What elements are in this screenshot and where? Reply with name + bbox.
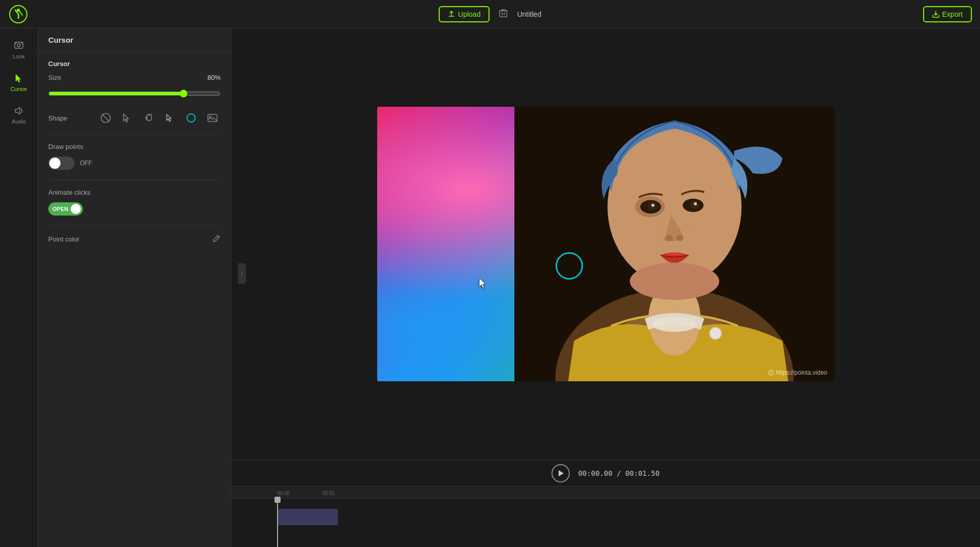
timeline-track-area[interactable] <box>231 499 980 547</box>
animate-clicks-state: OPEN <box>52 206 68 212</box>
svg-rect-2 <box>500 11 507 17</box>
divider-2 <box>48 180 221 180</box>
svg-rect-11 <box>208 114 217 121</box>
painting-svg <box>514 107 835 381</box>
cursor-section-title: Cursor <box>48 60 221 68</box>
properties-panel: Cursor Cursor Size 80% Shape <box>38 28 231 547</box>
shape-image-picker[interactable] <box>204 110 221 126</box>
draw-points-toggle-row: OFF <box>48 157 221 170</box>
point-color-label: Point color <box>48 235 79 243</box>
topbar-center: Upload Untitled <box>439 6 541 23</box>
project-name[interactable]: Untitled <box>517 10 541 18</box>
draw-points-knob <box>49 158 60 169</box>
svg-point-31 <box>652 317 697 332</box>
svg-point-20 <box>616 132 732 229</box>
play-button[interactable] <box>552 464 570 482</box>
timeline-clip-bar[interactable] <box>277 509 338 525</box>
animate-clicks-knob <box>71 204 81 214</box>
shape-circle[interactable] <box>183 110 199 126</box>
main-layout: Look Cursor Audio Cursor Cursor Size 80% <box>0 28 980 547</box>
svg-point-30 <box>630 263 719 300</box>
draw-points-label: Draw points <box>48 143 221 150</box>
point-color-row: Point color <box>48 234 221 244</box>
video-preview: https://pointa.video <box>231 28 980 460</box>
animate-clicks-toggle[interactable]: OPEN <box>48 202 83 216</box>
topbar-left <box>8 4 28 24</box>
svg-marker-33 <box>559 470 564 476</box>
svg-line-9 <box>102 114 109 121</box>
shape-label: Shape <box>48 114 68 122</box>
svg-line-13 <box>217 236 219 238</box>
sidebar-item-audio[interactable]: Audio <box>4 100 34 130</box>
sidebar-item-cursor-label: Cursor <box>10 86 27 92</box>
timecode: 00:00.00 / 00:01.50 <box>578 469 659 477</box>
app-logo[interactable] <box>8 4 28 24</box>
delete-button[interactable] <box>494 6 513 23</box>
shape-icons <box>98 110 221 126</box>
draw-points-toggle[interactable] <box>48 157 75 170</box>
shape-row: Shape <box>48 110 221 126</box>
svg-point-29 <box>676 235 683 241</box>
size-row: Size 80% <box>48 74 221 81</box>
icon-sidebar: Look Cursor Audio <box>0 28 38 547</box>
painting-overlay <box>514 107 835 381</box>
svg-point-7 <box>17 44 20 47</box>
size-label: Size <box>48 74 61 81</box>
ruler-mark-1: 00:01 <box>322 491 335 496</box>
sidebar-item-cursor[interactable]: Cursor <box>4 67 34 98</box>
svg-point-27 <box>694 202 697 205</box>
watermark-url: https://pointa.video <box>776 369 828 376</box>
divider-1 <box>48 134 221 135</box>
size-slider[interactable] <box>48 89 221 98</box>
timeline-playhead[interactable] <box>277 499 278 547</box>
topbar: Upload Untitled Export <box>0 0 980 28</box>
sidebar-item-audio-label: Audio <box>12 118 26 125</box>
svg-point-28 <box>665 235 673 241</box>
svg-point-24 <box>651 204 654 207</box>
ruler-mark-0: 00:00 <box>277 491 290 496</box>
sidebar-item-look-label: Look <box>13 53 25 59</box>
sidebar-item-look[interactable]: Look <box>4 35 34 65</box>
upload-button[interactable]: Upload <box>439 6 489 22</box>
shape-hand[interactable] <box>140 110 157 126</box>
panel-collapse-button[interactable]: ‹ <box>238 263 246 284</box>
shape-none[interactable] <box>98 110 114 126</box>
divider-3 <box>48 226 221 226</box>
svg-point-18 <box>709 327 721 339</box>
animate-clicks-label: Animate clicks <box>48 189 221 196</box>
point-color-edit-icon[interactable] <box>212 234 221 244</box>
size-slider-container <box>48 86 221 100</box>
timeline: 00:00 00:01 <box>231 486 980 547</box>
shape-pointer[interactable] <box>162 110 178 126</box>
panel-body: Cursor Size 80% Shape <box>38 52 231 547</box>
export-button[interactable]: Export <box>923 6 972 22</box>
timeline-ruler: 00:00 00:01 <box>231 487 980 499</box>
cursor-arrow-overlay <box>478 277 488 292</box>
svg-point-10 <box>187 114 195 122</box>
shape-arrow[interactable] <box>119 110 135 126</box>
playback-controls: 00:00.00 / 00:01.50 <box>231 460 980 486</box>
video-canvas: https://pointa.video <box>377 107 835 381</box>
content-area: https://pointa.video 00:00.00 / 00:01.50… <box>231 28 980 547</box>
draw-points-state: OFF <box>80 160 92 167</box>
size-value: 80% <box>207 74 221 81</box>
cursor-circle <box>556 252 583 280</box>
watermark: https://pointa.video <box>768 369 828 376</box>
panel-title: Cursor <box>38 28 231 52</box>
animate-clicks-toggle-row: OPEN <box>48 202 221 216</box>
